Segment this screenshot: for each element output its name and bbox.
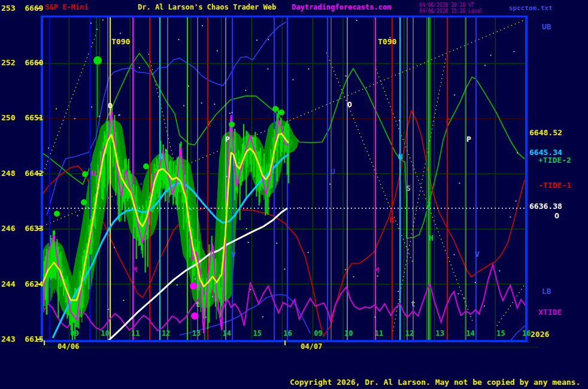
right-label-+tide-2: +TIDE-2: [538, 156, 571, 164]
hour-tick-label: 10: [101, 330, 109, 337]
hour-tick-label: 13: [436, 330, 444, 337]
date-label: 04/07: [301, 343, 322, 350]
right-label-ub: UB: [542, 23, 551, 31]
right-label-o: O: [554, 212, 559, 220]
left-axis-label: 244 6624: [1, 280, 43, 288]
right-label--tide-1: -TIDE-1: [538, 181, 571, 189]
left-axis-label: 243 6615: [1, 335, 43, 343]
right-label-6648.52: 6648.52: [529, 129, 562, 136]
hour-tick-label: 12: [405, 330, 414, 337]
hour-tick-label: 11: [131, 330, 140, 337]
right-label-6636.38: 6636.38: [529, 202, 562, 210]
left-axis-label: 248 6642: [1, 169, 43, 177]
left-axis-label: 250 6651: [1, 114, 43, 121]
hour-tick-label: 14: [223, 330, 231, 337]
hour-tick-label: 16: [522, 330, 531, 337]
chaos-trader-window: S&P E-Mini Dr. Al Larson's Chaos Trader …: [0, 0, 588, 389]
right-label-lb: LB: [542, 287, 551, 295]
hour-tick-label: 10: [344, 330, 353, 337]
hour-tick-label: 16: [283, 330, 292, 337]
left-axis-label: 253 6669: [1, 4, 43, 12]
hour-tick-label: 09: [70, 330, 78, 337]
right-label-2026: 2026: [531, 330, 549, 338]
right-label-xtide: XTIDE: [538, 308, 562, 316]
hour-tick-label: 15: [496, 330, 505, 337]
left-axis-label: 246 6633: [1, 224, 43, 232]
hour-tick-label: 11: [375, 330, 383, 337]
left-axis-label: 252 6660: [1, 59, 43, 66]
hour-tick-label: 15: [253, 330, 261, 337]
copyright-notice: Copyright 2026, Dr. Al Larson. May not b…: [290, 378, 580, 386]
hour-tick-label: 12: [162, 330, 170, 337]
hour-tick-label: 09: [314, 330, 322, 337]
hour-tick-label: 14: [466, 330, 474, 337]
hour-tick-label: 13: [192, 330, 201, 337]
date-label: 04/06: [57, 343, 79, 350]
